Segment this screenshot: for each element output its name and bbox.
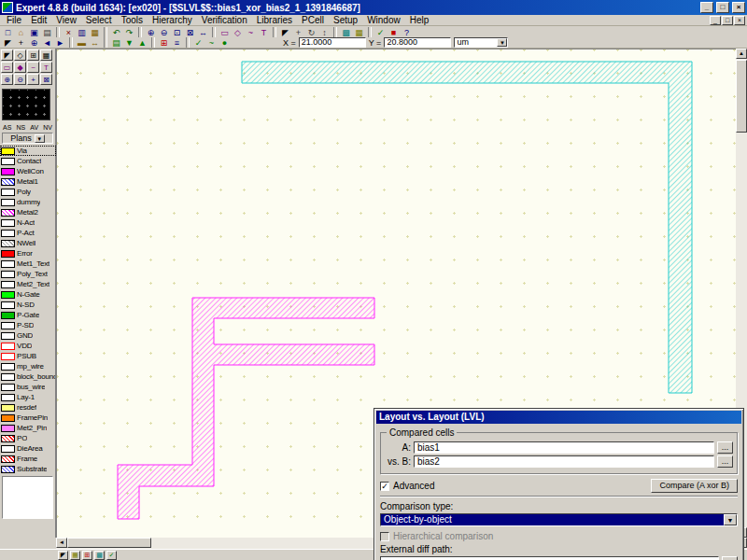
flip-mode-icon[interactable]: ↕ [318, 27, 331, 37]
layer-col-av[interactable]: AV [30, 123, 38, 132]
layer-row-diearea[interactable]: DieArea [0, 443, 56, 454]
external-diff-browse-button[interactable]: ... [722, 556, 738, 560]
layer-row-poly_text[interactable]: Poly_Text [0, 269, 56, 279]
draw-polygon-icon[interactable]: ◇ [232, 27, 244, 37]
menu-verification[interactable]: Verification [197, 15, 252, 26]
zoom-out-icon[interactable]: ⊖ [158, 27, 170, 37]
copy-icon[interactable]: ▥ [76, 27, 88, 37]
status-snap-icon[interactable]: ⊞ [82, 551, 92, 560]
mdi-minimize-icon[interactable]: _ [710, 16, 721, 25]
zoom-all-icon[interactable]: ⊠ [184, 27, 196, 37]
redo-icon[interactable]: ↷ [123, 27, 135, 37]
layer-row-substrate[interactable]: Substrate [0, 464, 56, 474]
array-tool-icon[interactable]: ▦ [40, 49, 52, 61]
status-grid-icon[interactable]: ▦ [70, 551, 80, 560]
undo-icon[interactable]: ↶ [110, 27, 122, 37]
ruler-tool-icon[interactable]: ▬ [76, 37, 88, 48]
layer-row-p-act[interactable]: P-Act [0, 228, 56, 238]
metal2-xor-region[interactable] [118, 298, 374, 519]
menu-help[interactable]: Help [405, 15, 434, 26]
cell-b-input[interactable]: bias2 [414, 455, 714, 468]
plans-dropdown-icon[interactable]: ▼ [35, 134, 45, 143]
mdi-close-icon[interactable]: × [734, 16, 745, 25]
help-icon[interactable]: ? [401, 27, 413, 37]
draw-wire-icon[interactable]: ~ [245, 27, 257, 37]
layer-row-bus_wire[interactable]: bus_wire [0, 382, 56, 392]
layer-table-icon[interactable]: ▩ [340, 27, 352, 37]
zoom-in-icon[interactable]: ⊕ [145, 27, 157, 37]
zoom-selection-icon[interactable]: ⊕ [28, 37, 40, 48]
print-icon[interactable]: ▤ [41, 27, 53, 37]
menu-edit[interactable]: Edit [26, 15, 51, 26]
next-view-icon[interactable]: ► [54, 37, 66, 48]
menu-select[interactable]: Select [81, 15, 117, 26]
layer-row-resdef[interactable]: resdef [0, 402, 56, 413]
layer-row-framepin[interactable]: FramePin [0, 413, 56, 423]
polygon-tool-icon[interactable]: ◆ [14, 62, 26, 73]
layer-row-met2_text[interactable]: Met2_Text [0, 279, 56, 289]
title-bar[interactable]: Expert 4.8.8 (build 1634): [ex020] - [$S… [0, 0, 747, 15]
save-cell-icon[interactable]: ▣ [28, 27, 40, 37]
layer-row-po[interactable]: PO [0, 433, 56, 443]
layer-row-metal2[interactable]: Metal2 [0, 207, 56, 217]
horizontal-scroll-thumb[interactable] [67, 538, 151, 548]
cell-b-browse-button[interactable]: ... [717, 455, 733, 468]
layer-row-met2_pin[interactable]: Met2_Pin [0, 423, 56, 433]
layer-row-via[interactable]: Via [0, 146, 56, 156]
comparison-type-dropdown-icon[interactable]: ▼ [724, 514, 737, 525]
text-tool-icon[interactable]: T [40, 62, 52, 73]
advanced-checkbox[interactable]: ✓ [380, 482, 389, 491]
layer-row-n-sd[interactable]: N-SD [0, 300, 56, 310]
layer-row-error[interactable]: Error [0, 248, 56, 259]
layer-row-nwell[interactable]: NWell [0, 238, 56, 248]
scroll-up-icon[interactable]: ▲ [736, 49, 747, 59]
cell-a-input[interactable]: bias1 [414, 441, 714, 454]
y-coordinate-field[interactable]: 20.8000 [384, 37, 451, 48]
layer-col-ns[interactable]: NS [16, 123, 25, 132]
metal1-xor-region[interactable] [242, 62, 692, 393]
layer-row-met1_text[interactable]: Met1_Text [0, 259, 56, 269]
layer-row-wellcon[interactable]: WellCon [0, 166, 56, 176]
pan-tool-icon[interactable]: + [15, 37, 27, 48]
open-cell-icon[interactable]: ⌂ [15, 27, 27, 37]
vertex-edit-tool-icon[interactable]: ◇ [14, 49, 26, 61]
layer-row-contact[interactable]: Contact [0, 156, 56, 166]
cut-icon[interactable]: × [63, 27, 75, 37]
external-diff-input[interactable] [380, 556, 719, 560]
net-highlight-icon[interactable]: ~ [205, 37, 218, 48]
layer-row-metal1[interactable]: Metal1 [0, 176, 56, 187]
measure-tool-icon[interactable]: ↔ [89, 37, 101, 48]
menu-hierarchy[interactable]: Hierarchy [148, 15, 197, 26]
status-select-mode-icon[interactable]: ◤ [58, 551, 68, 560]
zoom-out-tool-icon[interactable]: ⊖ [14, 74, 26, 85]
draw-box-icon[interactable]: ▭ [218, 27, 231, 37]
zoom-in-tool-icon[interactable]: ⊕ [1, 74, 13, 85]
select-tool-icon[interactable]: ◤ [1, 49, 13, 61]
vertical-scroll-thumb[interactable] [736, 60, 747, 133]
menu-view[interactable]: View [51, 15, 81, 26]
select-mode-icon[interactable]: ◤ [279, 27, 291, 37]
maximize-icon[interactable]: □ [716, 2, 729, 13]
units-dropdown-icon[interactable]: ▼ [497, 38, 507, 47]
verify-lvs-icon[interactable]: ✓ [192, 37, 204, 48]
wire-tool-icon[interactable]: ~ [27, 62, 39, 73]
layer-row-n-gate[interactable]: N-Gate [0, 289, 56, 300]
zoom-window-icon[interactable]: ⊡ [171, 27, 183, 37]
menu-setup[interactable]: Setup [329, 15, 362, 26]
layer-row-vdd[interactable]: VDD [0, 341, 56, 351]
layer-row-p-sd[interactable]: P-SD [0, 320, 56, 330]
layer-row-dummy[interactable]: dummy [0, 197, 56, 207]
layer-row-poly[interactable]: Poly [0, 187, 56, 197]
snap-grid-icon[interactable]: ⊞ [158, 37, 170, 48]
draw-text-icon[interactable]: T [258, 27, 270, 37]
grid-toggle-icon[interactable]: ▦ [353, 27, 365, 37]
node-probe-icon[interactable]: ● [218, 37, 231, 48]
pointer-tool-icon[interactable]: ◤ [2, 37, 14, 48]
pan-hand-tool-icon[interactable]: + [27, 74, 39, 85]
layer-row-n-act[interactable]: N-Act [0, 217, 56, 228]
plans-select[interactable]: Plans ▼ [2, 133, 53, 144]
layer-row-gnd[interactable]: GND [0, 330, 56, 341]
stop-icon[interactable]: ■ [388, 27, 400, 37]
menu-libraries[interactable]: Libraries [252, 15, 297, 26]
layer-col-nv[interactable]: NV [43, 123, 52, 132]
